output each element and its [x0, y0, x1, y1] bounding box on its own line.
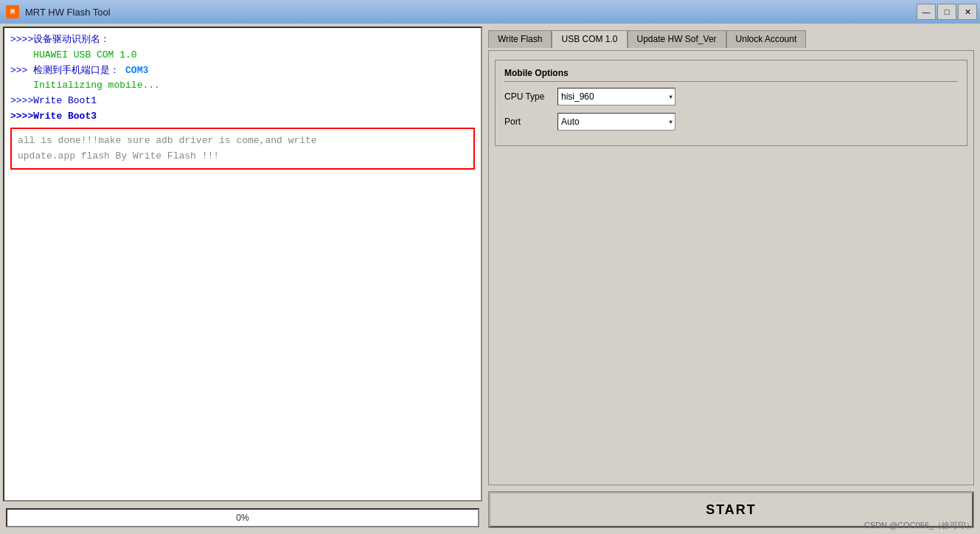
mobile-options-group: Mobile Options CPU Type hisi_960 hisi_95… — [495, 60, 967, 146]
tab-write-flash[interactable]: Write Flash — [488, 30, 552, 48]
watermark: CSDN @COC056_（徐可印） — [864, 520, 974, 531]
highlight-box: all is done!!!make sure adb driver is co… — [10, 128, 475, 170]
log-area: >>>>设备驱动识别名： HUAWEI USB COM 1.0 >>> 检测到手… — [3, 27, 482, 502]
port-label: Port — [504, 117, 549, 127]
window-controls: — □ ✕ — [917, 4, 977, 20]
port-row: Port Auto COM1 COM2 COM3 COM4 — [504, 113, 958, 131]
tab-content: Mobile Options CPU Type hisi_960 hisi_95… — [488, 50, 974, 485]
log-line-5: >>>>Write Boot1 — [10, 94, 475, 109]
cpu-type-select[interactable]: hisi_960 hisi_950 hisi_970 — [557, 88, 675, 105]
tab-unlock-account[interactable]: Unlock Account — [726, 30, 807, 48]
progress-bar-container: 0% — [6, 508, 479, 527]
right-panel: Write Flash USB COM 1.0 Update HW Sof_Ve… — [485, 27, 977, 531]
port-select-wrapper: Auto COM1 COM2 COM3 COM4 — [557, 113, 675, 131]
port-select[interactable]: Auto COM1 COM2 COM3 COM4 — [557, 113, 675, 131]
progress-area: 0% — [3, 504, 482, 531]
maximize-button[interactable]: □ — [937, 4, 956, 20]
log-line-6: >>>>Write Boot3 — [10, 109, 475, 125]
tab-usb-com[interactable]: USB COM 1.0 — [552, 30, 627, 48]
minimize-button[interactable]: — — [917, 4, 936, 20]
app-title: MRT HW Flash Tool — [25, 7, 111, 18]
title-bar: M MRT HW Flash Tool — □ ✕ — [0, 0, 980, 24]
progress-label: 0% — [236, 513, 249, 523]
mobile-options-label: Mobile Options — [504, 68, 958, 82]
left-panel: >>>>设备驱动识别名： HUAWEI USB COM 1.0 >>> 检测到手… — [3, 27, 482, 531]
log-line-4: Initializing mobile... — [10, 78, 475, 94]
highlight-text: all is done!!!make sure adb driver is co… — [18, 135, 317, 162]
close-button[interactable]: ✕ — [958, 4, 977, 20]
log-line-1: >>>>设备驱动识别名： — [10, 32, 475, 48]
log-line-2: HUAWEI USB COM 1.0 — [10, 48, 475, 63]
cpu-type-label: CPU Type — [504, 91, 549, 102]
cpu-type-select-wrapper: hisi_960 hisi_950 hisi_970 — [557, 88, 675, 105]
log-line-3: >>> 检测到手机端口是： COM3 — [10, 63, 475, 79]
app-icon: M — [6, 5, 19, 18]
main-content: >>>>设备驱动识别名： HUAWEI USB COM 1.0 >>> 检测到手… — [0, 24, 980, 534]
cpu-type-row: CPU Type hisi_960 hisi_950 hisi_970 — [504, 88, 958, 105]
tab-update-hw[interactable]: Update HW Sof_Ver — [628, 30, 726, 48]
tabs-bar: Write Flash USB COM 1.0 Update HW Sof_Ve… — [485, 27, 977, 47]
